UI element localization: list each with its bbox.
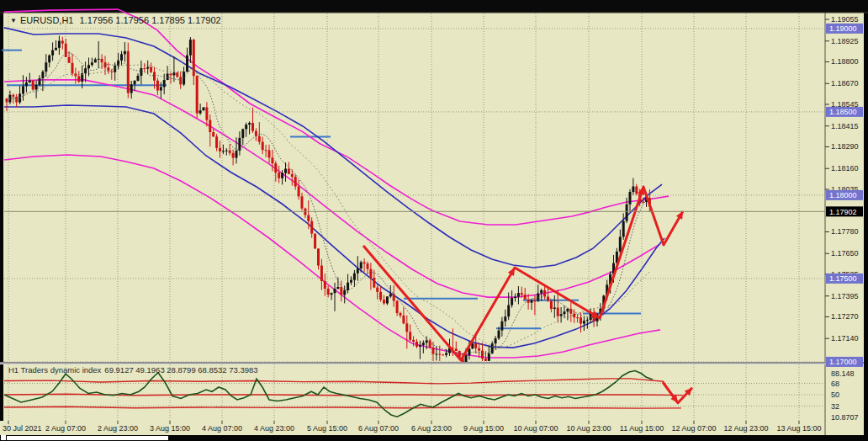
price-axis-label: 1.18800 bbox=[831, 57, 859, 66]
time-axis-label: 11 Aug 15:00 bbox=[620, 424, 664, 433]
time-axis-label: 2 Aug 23:00 bbox=[98, 424, 138, 433]
panel-separator bbox=[0, 362, 864, 364]
indicator-scale-label: 88.148 bbox=[831, 369, 855, 378]
price-axis-label: 1.19055 bbox=[831, 15, 859, 24]
price-axis-label: 1.18415 bbox=[831, 122, 859, 130]
time-axis-label: 10 Aug 07:00 bbox=[513, 424, 558, 433]
time-axis-label: 12 Aug 07:00 bbox=[671, 424, 716, 433]
price-axis-label: 1.18670 bbox=[831, 79, 859, 88]
price-level-badge: 1.19000 bbox=[829, 24, 857, 33]
symbol-dropdown-icon[interactable]: ▼ bbox=[10, 17, 17, 24]
time-axis-label: 2 Aug 07:00 bbox=[45, 424, 86, 433]
chart-canvas[interactable]: 1.190551.189251.188001.186701.185451.184… bbox=[0, 0, 868, 441]
price-axis-label: 1.17780 bbox=[831, 227, 859, 236]
price-axis-label: 1.17140 bbox=[831, 334, 859, 343]
price-axis-label: 1.18290 bbox=[831, 142, 859, 151]
horizontal-scrollbar-thumb[interactable] bbox=[7, 436, 168, 440]
time-axis: 30 Jul 20212 Aug 07:002 Aug 23:003 Aug 1… bbox=[3, 424, 822, 433]
price-level-badge: 1.18000 bbox=[829, 191, 857, 199]
price-level-badge: 1.17500 bbox=[829, 274, 857, 283]
symbol-period-label: EURUSD,H1 bbox=[20, 15, 74, 25]
ohlc-quotes: 1.17956 1.17956 1.17895 1.17902 bbox=[80, 15, 221, 25]
indicator-label: H1 Traders dynamic index69.9127 49.1963 … bbox=[8, 365, 258, 375]
time-axis-label: 30 Jul 2021 bbox=[3, 424, 42, 433]
indicator-name: H1 Traders dynamic index bbox=[8, 365, 101, 375]
indicator-scale-label: 32 bbox=[831, 402, 839, 411]
time-axis-label: 6 Aug 07:00 bbox=[358, 424, 399, 433]
indicator-scale-label: 10.8707 bbox=[831, 413, 859, 422]
time-axis-label: 4 Aug 23:00 bbox=[254, 424, 294, 433]
indicator-values: 69.9127 49.1963 28.8799 68.8532 73.3983 bbox=[104, 365, 257, 375]
price-axis-label: 1.17395 bbox=[831, 292, 859, 300]
time-axis-label: 4 Aug 07:00 bbox=[202, 424, 242, 433]
indicator-scale-label: 50 bbox=[831, 391, 839, 399]
time-axis-label: 10 Aug 23:00 bbox=[566, 424, 611, 433]
chart-title: ▼EURUSD,H11.17956 1.17956 1.17895 1.1790… bbox=[10, 15, 221, 25]
background-layer bbox=[0, 0, 868, 441]
current-price-badge: 1.17902 bbox=[829, 208, 857, 216]
mt4-chart-window: 1.190551.189251.188001.186701.185451.184… bbox=[0, 0, 868, 441]
time-axis-label: 3 Aug 15:00 bbox=[150, 424, 190, 433]
time-axis-label: 9 Aug 15:00 bbox=[463, 424, 504, 433]
indicator-scale-label: 68 bbox=[831, 380, 839, 388]
price-axis-label: 1.18925 bbox=[831, 37, 859, 45]
time-axis-label: 6 Aug 23:00 bbox=[411, 424, 452, 433]
price-level-badge: 1.18500 bbox=[829, 108, 857, 116]
price-axis-label: 1.17650 bbox=[831, 249, 859, 258]
time-axis-label: 12 Aug 23:00 bbox=[723, 424, 768, 433]
price-level-badge: 1.17000 bbox=[829, 358, 857, 366]
scrollbar-left-box[interactable] bbox=[1, 435, 6, 440]
time-axis-label: 5 Aug 15:00 bbox=[307, 424, 347, 433]
price-axis-label: 1.18160 bbox=[831, 164, 859, 173]
time-axis-label: 13 Aug 15:00 bbox=[776, 424, 821, 433]
price-axis-label: 1.17270 bbox=[831, 312, 859, 321]
